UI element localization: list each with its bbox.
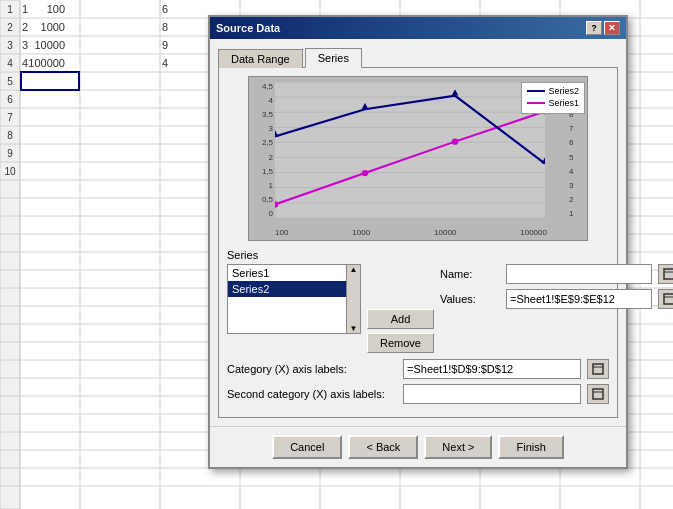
svg-text:8: 8 (162, 21, 168, 33)
legend-line-series1 (527, 102, 545, 104)
svg-text:10000: 10000 (34, 39, 65, 51)
back-button[interactable]: < Back (348, 435, 418, 459)
svg-text:4: 4 (22, 57, 28, 69)
svg-text:4: 4 (162, 57, 168, 69)
dialog-titlebar: Source Data ? ✕ (210, 17, 626, 39)
svg-rect-81 (664, 294, 673, 304)
category-input[interactable] (403, 359, 581, 379)
series-item-1[interactable]: Series1 (228, 265, 346, 281)
svg-text:3: 3 (22, 39, 28, 51)
close-button[interactable]: ✕ (604, 21, 620, 35)
chart-svg (275, 82, 545, 218)
svg-text:10: 10 (4, 166, 16, 177)
title-buttons: ? ✕ (586, 21, 620, 35)
series-container: Series1 Series2 ▲ ▼ Add Remove (227, 264, 609, 353)
values-label: Values: (440, 293, 500, 305)
legend-label-series2: Series2 (548, 86, 579, 96)
chart-preview: 4,5 4 3,5 3 2,5 2 1,5 1 0,5 0 (248, 76, 588, 241)
name-input[interactable] (506, 264, 652, 284)
legend-label-series1: Series1 (548, 98, 579, 108)
values-field-row: Values: (440, 289, 673, 309)
svg-text:2: 2 (22, 21, 28, 33)
svg-text:6: 6 (162, 3, 168, 15)
series-listbox[interactable]: Series1 Series2 (227, 264, 347, 334)
tab-series[interactable]: Series (305, 48, 362, 68)
series-action-buttons: Add Remove (367, 309, 434, 353)
source-data-dialog: Source Data ? ✕ Data Range Series 4,5 4 … (208, 15, 628, 469)
y-axis-left: 4,5 4 3,5 3 2,5 2 1,5 1 0,5 0 (251, 82, 273, 218)
x-axis-labels: 100 1000 10000 100000 (275, 228, 547, 237)
scrollbar-up[interactable]: ▲ (347, 265, 360, 274)
svg-text:5: 5 (7, 76, 13, 87)
tabs-row: Data Range Series (218, 47, 618, 67)
remove-button[interactable]: Remove (367, 333, 434, 353)
tab-panel-series: 4,5 4 3,5 3 2,5 2 1,5 1 0,5 0 (218, 67, 618, 418)
dialog-title: Source Data (216, 22, 280, 34)
second-category-field-row: Second category (X) axis labels: (227, 384, 609, 404)
legend-series2: Series2 (527, 86, 579, 96)
second-category-range-btn[interactable] (587, 384, 609, 404)
values-input[interactable] (506, 289, 652, 309)
svg-text:6: 6 (7, 94, 13, 105)
svg-rect-59 (21, 72, 79, 90)
dialog-footer: Cancel < Back Next > Finish (210, 426, 626, 467)
svg-text:4: 4 (7, 58, 13, 69)
second-category-label: Second category (X) axis labels: (227, 388, 397, 400)
name-field-row: Name: (440, 264, 673, 284)
svg-text:100: 100 (47, 3, 65, 15)
category-range-btn[interactable] (587, 359, 609, 379)
series-list-wrapper: Series1 Series2 ▲ ▼ (227, 264, 361, 334)
svg-text:9: 9 (162, 39, 168, 51)
help-button[interactable]: ? (586, 21, 602, 35)
svg-rect-83 (593, 364, 603, 374)
name-range-btn[interactable] (658, 264, 673, 284)
svg-rect-79 (664, 269, 673, 279)
svg-text:7: 7 (7, 112, 13, 123)
category-label: Category (X) axis labels: (227, 363, 397, 375)
svg-text:100000: 100000 (28, 57, 65, 69)
cancel-button[interactable]: Cancel (272, 435, 342, 459)
svg-rect-85 (593, 389, 603, 399)
svg-text:8: 8 (7, 130, 13, 141)
bottom-fields: Category (X) axis labels: Second categor… (227, 359, 609, 404)
series-label: Series (227, 249, 609, 261)
svg-text:1: 1 (22, 3, 28, 15)
svg-text:2: 2 (7, 22, 13, 33)
tab-data-range[interactable]: Data Range (218, 49, 303, 68)
svg-text:1: 1 (7, 4, 13, 15)
second-category-input[interactable] (403, 384, 581, 404)
series-item-2[interactable]: Series2 (228, 281, 346, 297)
series-fields: Name: Values: (440, 264, 673, 309)
series-section: Series Series1 Series2 ▲ ▼ (227, 249, 609, 353)
scrollbar-down[interactable]: ▼ (347, 324, 360, 333)
series-scrollbar[interactable]: ▲ ▼ (347, 264, 361, 334)
legend-line-series2 (527, 90, 545, 92)
next-button[interactable]: Next > (424, 435, 492, 459)
add-button[interactable]: Add (367, 309, 434, 329)
values-range-btn[interactable] (658, 289, 673, 309)
name-label: Name: (440, 268, 500, 280)
svg-text:9: 9 (7, 148, 13, 159)
finish-button[interactable]: Finish (498, 435, 563, 459)
dialog-content: Data Range Series 4,5 4 3,5 3 2,5 2 1,5 … (210, 39, 626, 426)
legend-series1: Series1 (527, 98, 579, 108)
category-field-row: Category (X) axis labels: (227, 359, 609, 379)
svg-point-73 (452, 138, 459, 144)
svg-text:3: 3 (7, 40, 13, 51)
chart-legend: Series2 Series1 (521, 82, 585, 114)
svg-text:1000: 1000 (41, 21, 65, 33)
svg-point-72 (362, 170, 369, 176)
